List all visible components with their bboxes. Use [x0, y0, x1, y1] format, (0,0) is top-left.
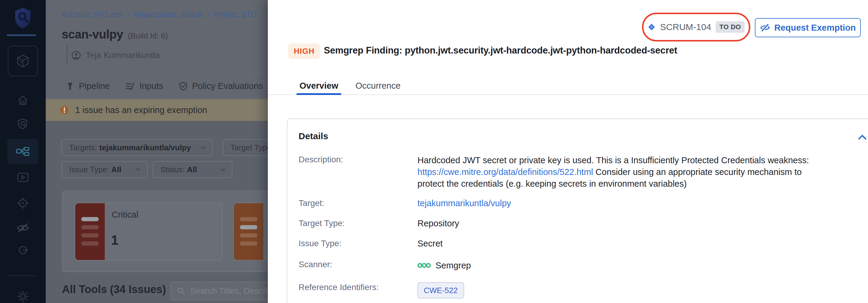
filter-label: Targets: — [69, 143, 97, 152]
target-icon — [17, 197, 29, 209]
nav-targets[interactable] — [0, 197, 46, 210]
cwe-chip: CWE-522 — [417, 282, 464, 299]
issue-type-label: Issue Type: — [299, 238, 417, 248]
semgrep-logo-icon — [417, 262, 431, 268]
issue-type-row: Issue Type: Secret — [299, 238, 868, 248]
status-filter-dropdown[interactable]: Status: All — [153, 161, 232, 178]
eye-off-icon — [16, 222, 30, 234]
collapse-chevron-up-icon[interactable] — [857, 133, 867, 142]
breadcrumb-separator: › — [207, 10, 210, 19]
pipeline-tab-icon — [66, 81, 75, 91]
filter-value: tejakummarikuntla/vulpy — [99, 143, 191, 152]
nav-settings[interactable] — [0, 290, 46, 303]
shield-search-icon — [17, 118, 29, 130]
cwe-definition-link[interactable]: https://cwe.mitre.org/data/definitions/5… — [417, 167, 593, 177]
request-exemption-label: Request Exemption — [774, 23, 856, 33]
drawer-tabs: Overview Occurrence — [297, 77, 404, 95]
nav-pipelines-active[interactable] — [7, 139, 38, 164]
issue-details-drawer: SCRUM-104 TO DO Request Exemption HIGH S… — [268, 0, 868, 303]
home-icon — [17, 95, 29, 106]
nav-exemptions[interactable] — [0, 221, 46, 234]
warning-icon — [60, 105, 69, 115]
warning-text: 1 issue has an expiring exemption — [75, 105, 207, 115]
target-type-row: Target Type: Repository — [299, 218, 868, 229]
breadcrumb: Account: STO test › Organization: defaul… — [62, 10, 257, 19]
gear-icon — [16, 290, 30, 303]
severity-card-critical[interactable]: Critical 1 — [75, 203, 223, 261]
high-severity-slab — [234, 203, 264, 260]
description-value: Hardcoded JWT secret or private key is u… — [417, 155, 815, 190]
avatar-icon — [71, 50, 81, 60]
sidebar-divider — [7, 275, 36, 276]
nav-sto-overview[interactable] — [0, 117, 46, 131]
jira-status-badge: TO DO — [716, 21, 745, 33]
scanner-row: Scanner: Semgrep — [299, 260, 868, 271]
executions-play-icon — [17, 172, 29, 182]
red-annotation-highlight: SCRUM-104 TO DO — [642, 13, 750, 41]
breadcrumb-account[interactable]: Account: STO test — [62, 10, 123, 19]
tab-overview[interactable]: Overview — [297, 77, 341, 95]
all-tools-heading: All Tools (34 Issues) — [62, 283, 166, 296]
chevron-down-icon — [201, 144, 206, 149]
filter-label: Status: — [160, 165, 185, 174]
scanner-label: Scanner: — [299, 260, 417, 271]
tab-inputs[interactable]: Inputs — [125, 81, 163, 91]
tab-label: Pipeline — [79, 81, 110, 91]
pipeline-icon — [16, 147, 30, 156]
description-label: Description: — [299, 155, 417, 190]
chevron-down-icon — [136, 166, 141, 171]
target-type-value: Repository — [417, 218, 868, 229]
nav-executions[interactable] — [0, 171, 46, 184]
breadcrumb-separator: › — [127, 10, 129, 19]
severity-gauge-icon — [240, 217, 257, 245]
breadcrumb-organization[interactable]: Organization: default — [133, 10, 203, 19]
nav-tickets[interactable] — [0, 243, 46, 257]
jira-ticket-key: SCRUM-104 — [660, 22, 711, 32]
jira-icon — [648, 23, 655, 31]
scanner-value: Semgrep — [435, 260, 471, 271]
tab-label: Policy Evaluations — [192, 81, 263, 91]
user-rule-divider — [67, 45, 67, 66]
issue-type-filter-dropdown[interactable]: Issue Type: All — [61, 161, 148, 178]
nav-home[interactable] — [0, 94, 46, 107]
active-module-indicator — [7, 34, 36, 36]
description-row: Description: Hardcoded JWT secret or pri… — [299, 155, 868, 190]
harness-sto-logo — [0, 7, 46, 29]
search-placeholder: Search Titles, Descrip — [190, 286, 272, 296]
issue-type-value: Secret — [417, 238, 868, 248]
severity-badge-high: HIGH — [288, 43, 320, 59]
request-exemption-button[interactable]: Request Exemption — [755, 18, 861, 37]
tab-label: Inputs — [140, 81, 163, 91]
build-id-label: (Build Id: 6) — [128, 31, 168, 41]
details-card: Details Description: Hardcoded JWT secre… — [287, 119, 868, 303]
nav-module-selector[interactable] — [8, 46, 38, 76]
details-heading: Details — [299, 131, 868, 141]
breadcrumb-project[interactable]: Project: STO — [214, 10, 257, 19]
page-title: scan-vulpy — [62, 28, 123, 41]
user-name: Teja Kummarikuntla — [86, 50, 160, 60]
targets-filter-dropdown[interactable]: Targets: tejakummarikuntla/vulpy — [61, 139, 213, 156]
reference-identifiers-row: Reference Identifiers: CWE-522 — [299, 282, 868, 299]
target-type-label: Target Type: — [299, 218, 417, 229]
critical-severity-slab — [75, 203, 105, 260]
filter-label: Issue Type: — [69, 165, 109, 174]
inputs-tab-icon — [125, 82, 135, 91]
reference-identifiers-label: Reference Identifiers: — [299, 282, 417, 299]
severity-card-label: Critical — [112, 210, 138, 220]
search-icon — [177, 287, 185, 295]
chevron-down-icon — [221, 166, 225, 171]
jira-ticket-pill[interactable]: SCRUM-104 TO DO — [648, 21, 745, 33]
eye-slash-icon — [760, 23, 770, 32]
tab-pipeline[interactable]: Pipeline — [66, 81, 110, 91]
issue-title: Semgrep Finding: python.jwt.security.jwt… — [324, 45, 677, 56]
ticket-ring-icon — [17, 244, 29, 256]
tab-occurrence[interactable]: Occurrence — [352, 77, 404, 95]
filter-label: Target Type: — [230, 143, 274, 153]
filter-value: All — [111, 165, 121, 174]
policy-shield-icon — [179, 81, 188, 91]
severity-card-count: 1 — [111, 233, 118, 248]
target-row: Target: tejakummarikuntla/vulpy — [299, 198, 868, 208]
target-link[interactable]: tejakummarikuntla/vulpy — [417, 198, 511, 208]
tab-policy-evaluations[interactable]: Policy Evaluations — [179, 81, 263, 91]
module-cube-icon — [16, 54, 30, 68]
